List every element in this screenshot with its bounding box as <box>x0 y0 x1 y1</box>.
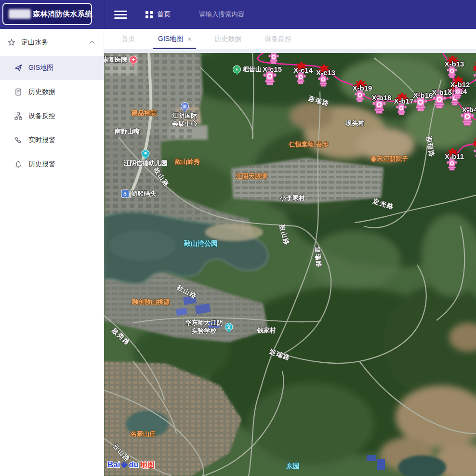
hydrant-label: X-b13 <box>445 60 464 68</box>
app-logo: 森林消防供水系统 <box>2 3 92 25</box>
hydrant-label: X-c15 <box>263 65 282 73</box>
hydrant-label: X-b12 <box>450 80 470 89</box>
grid-icon <box>145 11 153 18</box>
tab-home[interactable]: 首页 <box>110 29 146 49</box>
sidebar-item-history-alarm[interactable]: 历史报警 <box>0 152 104 176</box>
hamburger-menu-icon[interactable] <box>114 11 127 19</box>
sidebar-group-dingshan[interactable]: 定山水务 <box>0 29 104 56</box>
content-gap <box>104 49 476 53</box>
sidebar-item-device-control[interactable]: 设备反控 <box>0 104 104 128</box>
sitemap-icon <box>14 112 22 120</box>
pipeline-layer <box>104 53 476 476</box>
sidebar-item-realtime-alarm[interactable]: 实时报警 <box>0 128 104 152</box>
sidebar-item-label: GIS地图 <box>28 64 53 72</box>
sidebar-item-label: 历史报警 <box>28 160 55 169</box>
sidebar-item-label: 设备反控 <box>28 112 55 120</box>
hydrant-label: X-b16 <box>413 91 433 99</box>
hydrant-label: X-c14 <box>293 66 313 74</box>
topnav-home-label: 首页 <box>157 10 171 19</box>
app-title: 森林消防供水系统 <box>33 10 93 19</box>
bell-icon <box>14 160 22 168</box>
hydrant-label: X-b19 <box>353 84 372 92</box>
hydrant-icon <box>268 53 279 65</box>
chevron-up-icon <box>89 40 95 44</box>
hydrant-label: X-c13 <box>316 68 335 77</box>
document-icon <box>14 88 22 96</box>
tab-device-control[interactable]: 设备反控 <box>253 29 303 49</box>
tab-close-icon[interactable]: × <box>187 36 191 42</box>
search-input[interactable]: 请输入搜索内容 <box>199 0 295 29</box>
sidebar-item-label: 历史数据 <box>28 88 55 96</box>
hydrant-label: X-b11 <box>445 152 464 160</box>
sidebar-item-label: 实时报警 <box>28 136 55 145</box>
star-icon <box>8 39 15 46</box>
sidebar-menu: GIS地图 历史数据 设备反控 <box>0 56 104 176</box>
topnav-home[interactable]: 首页 <box>145 0 171 29</box>
baidu-maps-watermark: Bai du 地图 <box>107 460 155 470</box>
gis-map-canvas[interactable]: 迎瑞路迎瑞路敔山路定光路敔山路迎瑞路敔山路迎瑞路敔秀路云山路 林康复医院+▲耙齿… <box>104 53 476 476</box>
baidu-paw-icon <box>120 461 128 469</box>
hydrant-label: X-b17 <box>394 97 414 105</box>
topbar-divider <box>104 0 105 29</box>
phone-icon <box>14 136 22 144</box>
tab-gis-map[interactable]: GIS地图 × <box>146 29 203 49</box>
topbar: 森林消防供水系统 首页 请输入搜索内容 <box>0 0 476 29</box>
tabbar: 首页 GIS地图 × 历史数据 设备反控 <box>104 29 476 49</box>
sidebar-item-history-data[interactable]: 历史数据 <box>0 80 104 104</box>
hydrant-icon <box>474 145 476 159</box>
send-icon <box>14 64 22 72</box>
sidebar-item-gis-map[interactable]: GIS地图 <box>0 56 104 80</box>
hydrant-label: X-b4 <box>462 106 476 114</box>
tab-history-data[interactable]: 历史数据 <box>203 29 253 49</box>
gis-application: 森林消防供水系统 首页 请输入搜索内容 定山水务 <box>0 0 476 476</box>
sidebar-group-label: 定山水务 <box>21 38 48 47</box>
hydrant-icon <box>474 69 476 84</box>
censored-region <box>9 9 31 19</box>
hydrant-label: X-b18 <box>372 93 392 102</box>
sidebar: 定山水务 GIS地图 历史数据 <box>0 29 104 476</box>
search-placeholder: 请输入搜索内容 <box>199 10 245 19</box>
